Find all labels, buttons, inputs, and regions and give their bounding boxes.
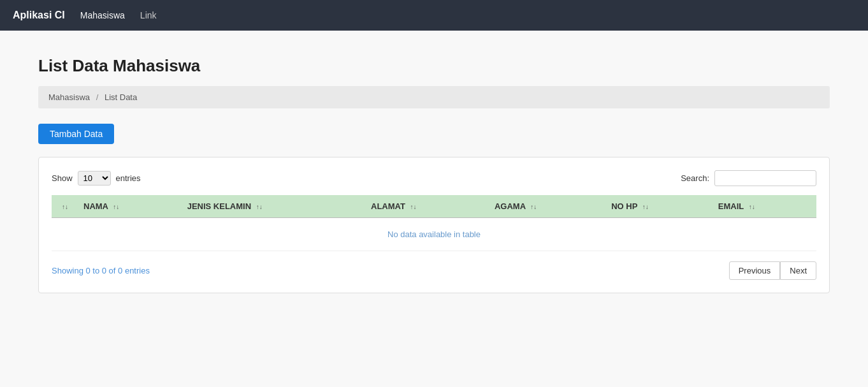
search-label: Search: (681, 173, 709, 183)
sort-icon-5: ↑↓ (642, 203, 649, 210)
breadcrumb-current: List Data (105, 92, 137, 102)
breadcrumb-separator: / (96, 92, 99, 102)
col-agama[interactable]: AGAMA ↑↓ (487, 195, 604, 218)
page-title: List Data Mahasiswa (38, 56, 830, 76)
col-no-hp[interactable]: NO HP ↑↓ (604, 195, 711, 218)
table-card: Show 10 25 50 100 entries Search: ↑↓ (38, 157, 830, 293)
table-footer: Showing 0 to 0 of 0 entries Previous Nex… (52, 261, 816, 280)
showing-text: Showing 0 to 0 of 0 entries (52, 266, 150, 275)
col-nama[interactable]: NAMA ↑↓ (76, 195, 180, 218)
sort-icon-1: ↑↓ (113, 203, 119, 210)
show-entries-control: Show 10 25 50 100 entries (52, 171, 141, 186)
sort-icon-2: ↑↓ (256, 203, 263, 210)
sort-icon-4: ↑↓ (530, 203, 537, 210)
breadcrumb: Mahasiswa / List Data (38, 86, 830, 108)
search-input[interactable] (714, 170, 816, 186)
col-sort[interactable]: ↑↓ (52, 195, 76, 218)
sort-icon-0: ↑↓ (62, 203, 68, 210)
table-header-row: ↑↓ NAMA ↑↓ JENIS KELAMIN ↑↓ ALAMAT ↑↓ (52, 195, 816, 218)
col-alamat[interactable]: ALAMAT ↑↓ (363, 195, 487, 218)
col-email[interactable]: EMAIL ↑↓ (711, 195, 816, 218)
col-jenis-kelamin[interactable]: JENIS KELAMIN ↑↓ (180, 195, 363, 218)
sort-icon-3: ↑↓ (410, 203, 417, 210)
next-button[interactable]: Next (780, 261, 816, 280)
breadcrumb-parent: Mahasiswa (48, 92, 90, 102)
pagination: Previous Next (729, 261, 816, 280)
search-box: Search: (681, 170, 816, 186)
navbar-brand: Aplikasi CI (13, 10, 65, 21)
previous-button[interactable]: Previous (729, 261, 781, 280)
entries-select[interactable]: 10 25 50 100 (78, 171, 111, 186)
no-data-row: No data available in table (52, 218, 816, 251)
entries-label: entries (116, 173, 141, 183)
sort-icon-6: ↑↓ (749, 203, 755, 210)
no-data-cell: No data available in table (52, 218, 816, 251)
navbar: Aplikasi CI Mahasiswa Link (0, 0, 868, 31)
table-controls: Show 10 25 50 100 entries Search: (52, 170, 816, 186)
nav-link-link[interactable]: Link (140, 10, 157, 20)
show-label: Show (52, 173, 73, 183)
add-data-button[interactable]: Tambah Data (38, 124, 114, 144)
page-content: List Data Mahasiswa Mahasiswa / List Dat… (0, 31, 868, 319)
data-table: ↑↓ NAMA ↑↓ JENIS KELAMIN ↑↓ ALAMAT ↑↓ (52, 195, 816, 251)
nav-link-mahasiswa[interactable]: Mahasiswa (80, 10, 125, 20)
